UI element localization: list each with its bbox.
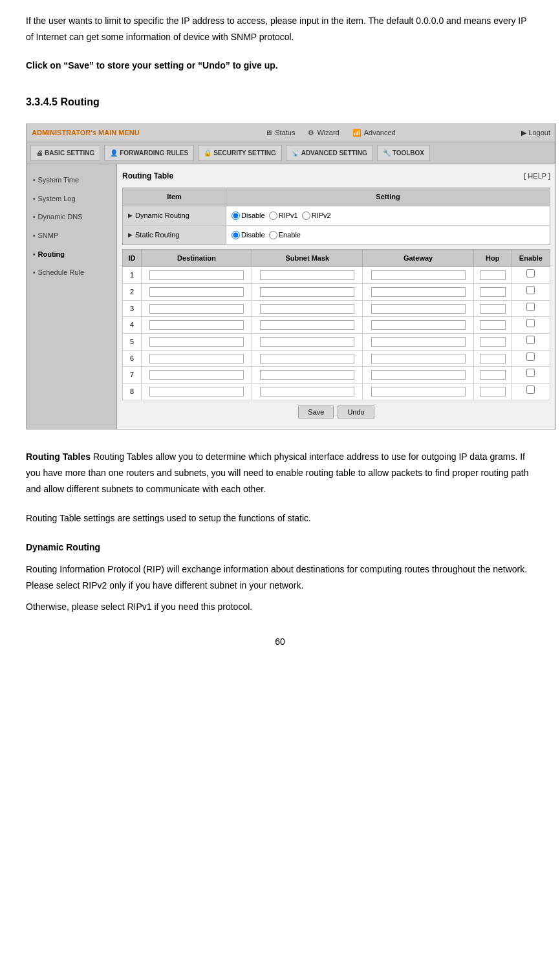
hop-input[interactable] (480, 354, 506, 363)
hop-input[interactable] (480, 320, 506, 330)
cell-enable[interactable] (512, 350, 550, 367)
enable-checkbox[interactable] (526, 369, 535, 377)
dynamic-ripv2-radio[interactable] (302, 211, 310, 220)
cell-gateway[interactable] (363, 350, 473, 367)
cell-hop[interactable] (473, 300, 512, 317)
cell-subnet-mask[interactable] (252, 317, 363, 334)
gateway-input[interactable] (371, 287, 466, 297)
cell-gateway[interactable] (363, 333, 473, 350)
cell-hop[interactable] (473, 267, 512, 284)
cell-gateway[interactable] (363, 384, 473, 400)
hop-input[interactable] (480, 337, 506, 347)
tab-security-setting[interactable]: 🔒 SECURITY SETTING (198, 145, 282, 161)
static-disable-option[interactable]: Disable (232, 229, 265, 241)
gateway-input[interactable] (371, 320, 466, 330)
hop-input[interactable] (480, 387, 506, 396)
gateway-input[interactable] (371, 370, 466, 380)
cell-subnet-mask[interactable] (252, 267, 363, 284)
hop-input[interactable] (480, 270, 506, 280)
hop-input[interactable] (480, 370, 506, 380)
sidebar-item-schedule-rule[interactable]: • Schedule Rule (27, 263, 116, 282)
destination-input[interactable] (149, 320, 244, 330)
cell-subnet-mask[interactable] (252, 333, 363, 350)
dynamic-ripv1-option[interactable]: RIPv1 (269, 210, 298, 222)
enable-checkbox[interactable] (526, 385, 535, 394)
subnet-mask-input[interactable] (260, 337, 354, 347)
cell-gateway[interactable] (363, 300, 473, 317)
cell-enable[interactable] (512, 333, 550, 350)
static-enable-option[interactable]: Enable (269, 229, 301, 241)
destination-input[interactable] (149, 270, 244, 280)
gateway-input[interactable] (371, 270, 466, 280)
cell-subnet-mask[interactable] (252, 367, 363, 384)
cell-hop[interactable] (473, 283, 512, 300)
gateway-input[interactable] (371, 337, 466, 347)
tab-basic-setting[interactable]: 🖨 BASIC SETTING (30, 145, 100, 161)
cell-enable[interactable] (512, 283, 550, 300)
cell-gateway[interactable] (363, 317, 473, 334)
destination-input[interactable] (149, 304, 244, 314)
dynamic-disable-option[interactable]: Disable (232, 210, 265, 222)
sidebar-item-dynamic-dns[interactable]: • Dynamic DNS (27, 208, 116, 226)
destination-input[interactable] (149, 387, 244, 396)
sidebar-item-snmp[interactable]: • SNMP (27, 226, 116, 245)
cell-hop[interactable] (473, 333, 512, 350)
enable-checkbox[interactable] (526, 303, 535, 311)
dynamic-ripv2-option[interactable]: RIPv2 (302, 210, 331, 222)
cell-destination[interactable] (141, 267, 252, 284)
gateway-input[interactable] (371, 387, 466, 396)
cell-enable[interactable] (512, 367, 550, 384)
sidebar-item-routing[interactable]: • Routing (27, 245, 116, 264)
help-link[interactable]: [ HELP ] (524, 170, 550, 182)
sidebar-item-system-time[interactable]: • System Time (27, 171, 116, 190)
static-disable-radio[interactable] (232, 231, 240, 239)
subnet-mask-input[interactable] (260, 270, 354, 280)
subnet-mask-input[interactable] (260, 370, 354, 380)
cell-gateway[interactable] (363, 283, 473, 300)
cell-destination[interactable] (141, 317, 252, 334)
cell-gateway[interactable] (363, 367, 473, 384)
tab-toolbox[interactable]: 🔧 TOOLBOX (377, 145, 430, 161)
cell-hop[interactable] (473, 350, 512, 367)
destination-input[interactable] (149, 354, 244, 363)
cell-enable[interactable] (512, 317, 550, 334)
cell-hop[interactable] (473, 367, 512, 384)
cell-subnet-mask[interactable] (252, 384, 363, 400)
cell-destination[interactable] (141, 300, 252, 317)
destination-input[interactable] (149, 337, 244, 347)
cell-subnet-mask[interactable] (252, 300, 363, 317)
tab-forwarding-rules[interactable]: 👤 FORWARDING RULES (104, 145, 194, 161)
subnet-mask-input[interactable] (260, 287, 354, 297)
tab-advanced-setting[interactable]: 📡 ADVANCED SETTING (286, 145, 373, 161)
subnet-mask-input[interactable] (260, 320, 354, 330)
enable-checkbox[interactable] (526, 319, 535, 327)
dynamic-ripv1-radio[interactable] (269, 211, 277, 220)
cell-subnet-mask[interactable] (252, 350, 363, 367)
destination-input[interactable] (149, 287, 244, 297)
subnet-mask-input[interactable] (260, 387, 354, 396)
destination-input[interactable] (149, 370, 244, 380)
hop-input[interactable] (480, 304, 506, 314)
enable-checkbox[interactable] (526, 269, 535, 277)
gateway-input[interactable] (371, 304, 466, 314)
undo-button[interactable]: Undo (338, 406, 374, 418)
cell-enable[interactable] (512, 300, 550, 317)
cell-subnet-mask[interactable] (252, 283, 363, 300)
cell-hop[interactable] (473, 384, 512, 400)
subnet-mask-input[interactable] (260, 354, 354, 363)
cell-destination[interactable] (141, 384, 252, 400)
cell-destination[interactable] (141, 333, 252, 350)
cell-gateway[interactable] (363, 267, 473, 284)
dynamic-disable-radio[interactable] (232, 211, 240, 220)
cell-enable[interactable] (512, 267, 550, 284)
enable-checkbox[interactable] (526, 352, 535, 361)
enable-checkbox[interactable] (526, 336, 535, 344)
gateway-input[interactable] (371, 354, 466, 363)
cell-hop[interactable] (473, 317, 512, 334)
enable-checkbox[interactable] (526, 286, 535, 294)
static-enable-radio[interactable] (269, 231, 277, 239)
subnet-mask-input[interactable] (260, 304, 354, 314)
cell-destination[interactable] (141, 367, 252, 384)
sidebar-item-system-log[interactable]: • System Log (27, 190, 116, 208)
cell-destination[interactable] (141, 350, 252, 367)
